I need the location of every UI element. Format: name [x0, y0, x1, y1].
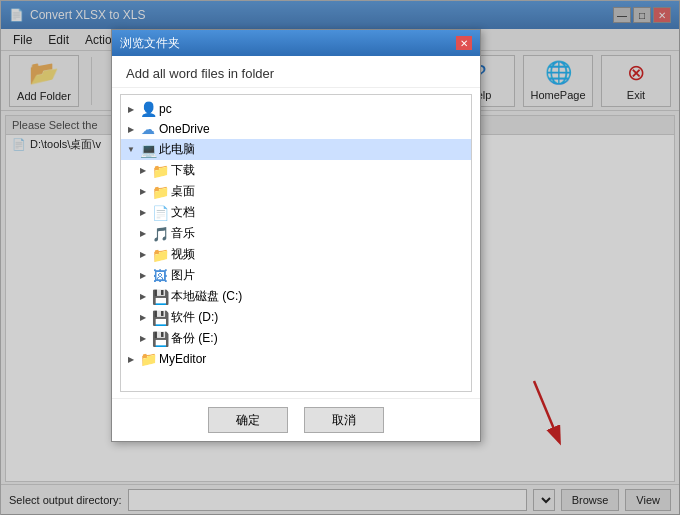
dialog-cancel-button[interactable]: 取消 [304, 407, 384, 433]
tree-label-music: 音乐 [171, 225, 195, 242]
dialog-confirm-button[interactable]: 确定 [208, 407, 288, 433]
music-icon: 🎵 [152, 226, 168, 242]
tree-arrow-myeditor [125, 353, 137, 365]
tree-item-pc[interactable]: 👤 pc [121, 99, 471, 119]
downloads-icon: 📁 [152, 163, 168, 179]
dialog-close-button[interactable]: ✕ [456, 36, 472, 50]
tree-arrow-desktop [137, 186, 149, 198]
browse-folder-dialog: 浏览文件夹 ✕ Add all word files in folder 👤 p… [111, 29, 481, 442]
drivee-icon: 💾 [152, 331, 168, 347]
tree-arrow-pc [125, 103, 137, 115]
drived-icon: 💾 [152, 310, 168, 326]
documents-icon: 📄 [152, 205, 168, 221]
tree-item-thispc[interactable]: 💻 此电脑 [121, 139, 471, 160]
tree-arrow-drived [137, 312, 149, 324]
tree-arrow-thispc [125, 144, 137, 156]
dialog-body: 👤 pc ☁ OneDrive 💻 此电脑 [112, 88, 480, 398]
tree-label-desktop: 桌面 [171, 183, 195, 200]
tree-label-downloads: 下载 [171, 162, 195, 179]
tree-item-music[interactable]: 🎵 音乐 [121, 223, 471, 244]
tree-item-documents[interactable]: 📄 文档 [121, 202, 471, 223]
cloud-icon: ☁ [140, 121, 156, 137]
tree-label-drived: 软件 (D:) [171, 309, 218, 326]
tree-label-drivec: 本地磁盘 (C:) [171, 288, 242, 305]
tree-arrow-pictures [137, 270, 149, 282]
tree-label-pc: pc [159, 102, 172, 116]
tree-label-myeditor: MyEditor [159, 352, 206, 366]
videos-icon: 📁 [152, 247, 168, 263]
tree-label-pictures: 图片 [171, 267, 195, 284]
main-window: 📄 Convert XLSX to XLS — □ ✕ File Edit Ac… [0, 0, 680, 515]
tree-arrow-onedrive [125, 123, 137, 135]
dialog-overlay: 浏览文件夹 ✕ Add all word files in folder 👤 p… [1, 1, 680, 515]
dialog-header: Add all word files in folder [112, 56, 480, 88]
tree-arrow-documents [137, 207, 149, 219]
folder-tree[interactable]: 👤 pc ☁ OneDrive 💻 此电脑 [120, 94, 472, 392]
pc-icon: 👤 [140, 101, 156, 117]
tree-arrow-music [137, 228, 149, 240]
tree-arrow-videos [137, 249, 149, 261]
tree-item-drivee[interactable]: 💾 备份 (E:) [121, 328, 471, 349]
desktop-icon: 📁 [152, 184, 168, 200]
tree-item-videos[interactable]: 📁 视频 [121, 244, 471, 265]
tree-item-drived[interactable]: 💾 软件 (D:) [121, 307, 471, 328]
tree-item-downloads[interactable]: 📁 下载 [121, 160, 471, 181]
drivec-icon: 💾 [152, 289, 168, 305]
computer-icon: 💻 [140, 142, 156, 158]
dialog-description: Add all word files in folder [126, 66, 274, 81]
tree-label-videos: 视频 [171, 246, 195, 263]
tree-arrow-downloads [137, 165, 149, 177]
tree-item-desktop[interactable]: 📁 桌面 [121, 181, 471, 202]
myeditor-icon: 📁 [140, 351, 156, 367]
dialog-title-bar: 浏览文件夹 ✕ [112, 30, 480, 56]
tree-item-myeditor[interactable]: 📁 MyEditor [121, 349, 471, 369]
tree-item-pictures[interactable]: 🖼 图片 [121, 265, 471, 286]
tree-label-onedrive: OneDrive [159, 122, 210, 136]
tree-item-onedrive[interactable]: ☁ OneDrive [121, 119, 471, 139]
dialog-title: 浏览文件夹 [120, 35, 180, 52]
tree-arrow-drivec [137, 291, 149, 303]
tree-label-drivee: 备份 (E:) [171, 330, 218, 347]
pictures-icon: 🖼 [152, 268, 168, 284]
tree-item-drivec[interactable]: 💾 本地磁盘 (C:) [121, 286, 471, 307]
dialog-footer: 确定 取消 [112, 398, 480, 441]
tree-label-thispc: 此电脑 [159, 141, 195, 158]
tree-label-documents: 文档 [171, 204, 195, 221]
tree-arrow-drivee [137, 333, 149, 345]
